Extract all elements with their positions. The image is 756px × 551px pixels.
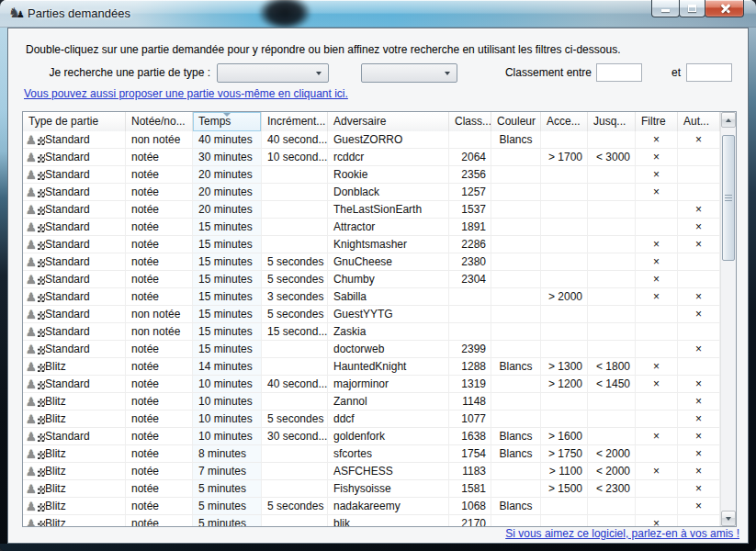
- column-header-9[interactable]: Jusq...: [588, 112, 636, 131]
- cell-color: [491, 219, 541, 236]
- game-type-text: Blitz: [45, 358, 66, 375]
- cell-color: [491, 341, 541, 358]
- maximize-button[interactable]: [679, 0, 705, 17]
- vertical-scrollbar[interactable]: [720, 112, 736, 526]
- cell-rated: notée: [126, 184, 193, 201]
- table-row[interactable]: ♟Standardnotée15 minutesKnightsmasher228…: [23, 236, 720, 253]
- rating-max-input[interactable]: [686, 63, 732, 82]
- cell-time: 14 minutes: [193, 358, 262, 376]
- cell-rating: 1638: [449, 428, 491, 445]
- cell-auto: [678, 271, 720, 288]
- cell-rated: notée: [126, 219, 193, 236]
- game-type-text: Blitz: [45, 480, 66, 497]
- column-header-7[interactable]: Couleur: [491, 112, 541, 131]
- game-subtype-select[interactable]: [361, 63, 457, 83]
- table-row[interactable]: ♟Blitznotée10 minutesZannol1148×: [23, 393, 720, 410]
- cell-increment: 40 second...: [262, 131, 328, 149]
- share-link[interactable]: Si vous aimez ce logiciel, parlez-en à v…: [505, 527, 739, 540]
- column-header-4[interactable]: Incrément...: [262, 112, 328, 131]
- table-row[interactable]: ♟Blitznotée10 minutes5 secondesddcf1077×: [23, 410, 720, 428]
- scroll-down-button[interactable]: [721, 511, 736, 526]
- cell-type: ♟Standard: [23, 288, 126, 306]
- table-row[interactable]: ♟Standardnotée15 minutes3 secondesSabill…: [23, 288, 720, 306]
- cell-filter: [636, 498, 678, 515]
- cell-auto: [678, 149, 720, 166]
- cell-color: [491, 201, 541, 219]
- table-row[interactable]: ♟Standardnotée10 minutes40 second...majo…: [23, 376, 720, 393]
- table-row[interactable]: ♟Blitznotée5 minutesFishysoisse1581> 150…: [23, 480, 720, 498]
- game-type-text: Standard: [45, 323, 90, 340]
- table-row[interactable]: ♟Standardnon notée40 minutes40 second...…: [23, 131, 720, 149]
- cell-time: 15 minutes: [193, 306, 262, 323]
- propose-game-link[interactable]: Vous pouvez aussi proposer une partie vo…: [24, 87, 348, 100]
- games-table: Type de partieNotée/no...TempsIncrément.…: [22, 111, 737, 527]
- table-row[interactable]: ♟Standardnotée15 minutes5 secondesChumby…: [23, 271, 720, 288]
- scrollbar-thumb[interactable]: [722, 135, 735, 261]
- table-row[interactable]: ♟Standardnon notée15 minutes15 second...…: [23, 323, 720, 341]
- cell-increment: 3 secondes: [262, 288, 328, 306]
- table-row[interactable]: ♟Standardnotée15 minutesdoctorweb2399×: [23, 341, 720, 358]
- table-row[interactable]: ♟Blitznotée14 minutesHauntedKnight1288Bl…: [23, 358, 720, 376]
- table-row[interactable]: ♟Blitznotée5 minutesblik2170×: [23, 515, 720, 526]
- table-row[interactable]: ♟Standardnotée20 minutesRookie2356×: [23, 166, 720, 184]
- cell-time: 10 minutes: [193, 376, 262, 393]
- cell-adversary: Knightsmasher: [328, 236, 449, 253]
- grip-icon: [725, 195, 732, 202]
- cell-rating: [449, 323, 491, 341]
- cell-adversary: Zaskia: [328, 323, 449, 341]
- cell-time: 10 minutes: [193, 410, 262, 428]
- cell-adversary: Fishysoisse: [328, 480, 449, 498]
- cell-time: 30 minutes: [193, 149, 262, 166]
- table-row[interactable]: ♟Standardnotée10 minutes30 second...gold…: [23, 428, 720, 445]
- table-row[interactable]: ♟Standardnotée20 minutesDonblack1257×: [23, 184, 720, 201]
- table-row[interactable]: ♟Blitznotée8 minutessfcortes1754Blancs> …: [23, 445, 720, 463]
- chess-pawn-and-board-icon: ♟: [26, 256, 45, 268]
- cell-below: [588, 323, 636, 341]
- table-row[interactable]: ♟Standardnotée15 minutes5 secondesGnuChe…: [23, 253, 720, 271]
- table-row[interactable]: ♟Standardnotée15 minutesAttractor1891×: [23, 219, 720, 236]
- table-row[interactable]: ♟Standardnotée20 minutesTheLastSionEarth…: [23, 201, 720, 219]
- cell-color: Blancs: [491, 428, 541, 445]
- cell-time: 15 minutes: [193, 219, 262, 236]
- cell-rated: notée: [126, 445, 193, 463]
- cell-auto: [678, 515, 720, 526]
- cell-color: [491, 253, 541, 271]
- cell-rating: 1319: [449, 376, 491, 393]
- minimize-icon: [661, 9, 670, 12]
- cell-color: Blancs: [491, 358, 541, 376]
- cell-filter: [636, 393, 678, 410]
- table-row[interactable]: ♟Blitznotée7 minutesASFCHESS1183> 1100< …: [23, 463, 720, 480]
- cell-time: 20 minutes: [193, 201, 262, 219]
- cell-rated: notée: [126, 201, 193, 219]
- column-header-8[interactable]: Acce...: [541, 112, 588, 131]
- column-header-3[interactable]: Temps: [193, 112, 262, 131]
- cell-time: 15 minutes: [193, 271, 262, 288]
- cell-filter: ×: [636, 236, 678, 253]
- cell-filter: [636, 323, 678, 341]
- close-button[interactable]: [705, 0, 744, 17]
- cell-adversary: TheLastSionEarth: [328, 201, 449, 219]
- cell-above: [541, 341, 588, 358]
- table-row[interactable]: ♟Standardnotée30 minutes10 second...rcdd…: [23, 149, 720, 166]
- scroll-up-button[interactable]: [721, 112, 736, 128]
- rating-min-input[interactable]: [596, 63, 642, 82]
- cell-auto: ×: [678, 341, 720, 358]
- column-header-6[interactable]: Class...: [449, 112, 491, 131]
- column-header-10[interactable]: Filtre: [636, 112, 678, 131]
- column-header-label: Type de partie: [28, 115, 98, 128]
- column-header-1[interactable]: Type de partie: [23, 112, 126, 131]
- cell-type: ♟Blitz: [23, 515, 126, 526]
- column-header-2[interactable]: Notée/no...: [126, 112, 193, 131]
- column-header-5[interactable]: Adversaire: [328, 112, 449, 131]
- cell-filter: ×: [636, 358, 678, 376]
- column-header-11[interactable]: Aut...: [678, 112, 720, 131]
- cell-rated: notée: [126, 149, 193, 166]
- cell-filter: ×: [636, 288, 678, 306]
- titlebar[interactable]: ♞♟ Parties demandées: [0, 0, 756, 28]
- table-row[interactable]: ♟Standardnon notée15 minutes5 secondesGu…: [23, 306, 720, 323]
- game-type-select[interactable]: [217, 63, 329, 83]
- minimize-button[interactable]: [651, 0, 680, 17]
- cell-type: ♟Blitz: [23, 410, 126, 428]
- table-row[interactable]: ♟Blitznotée5 minutes5 secondesnadakareem…: [23, 498, 720, 515]
- game-type-text: Blitz: [45, 498, 66, 514]
